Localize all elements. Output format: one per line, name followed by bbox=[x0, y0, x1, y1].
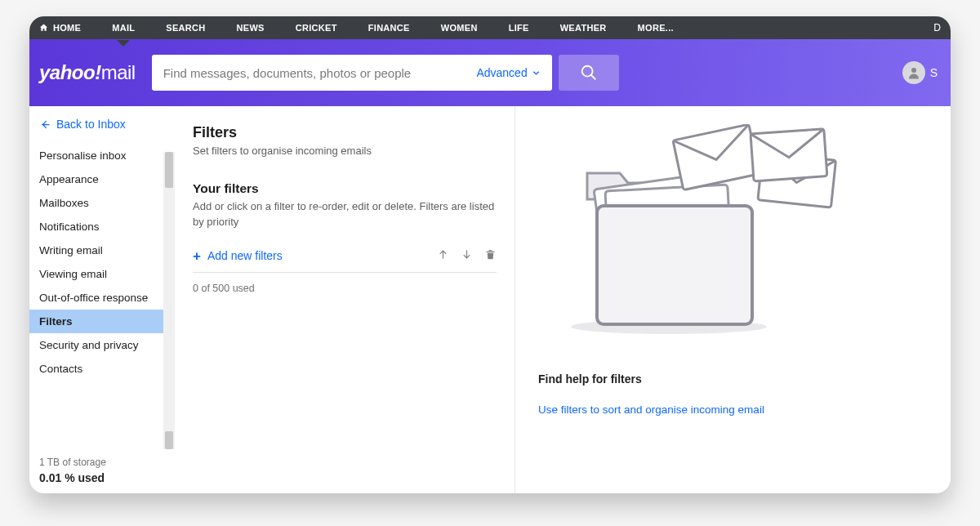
sidebar-item-mailboxes[interactable]: Mailboxes bbox=[29, 191, 175, 215]
sidebar-item-viewing-email[interactable]: Viewing email bbox=[29, 262, 175, 286]
arrow-down-icon bbox=[461, 248, 473, 261]
filters-used-count: 0 of 500 used bbox=[193, 283, 497, 294]
advanced-label: Advanced bbox=[476, 66, 527, 79]
nav-more[interactable]: MORE... bbox=[638, 23, 674, 33]
logo-brand: yahoo! bbox=[39, 61, 101, 83]
nav-right-text: D bbox=[933, 22, 941, 33]
sidebar-item-writing-email[interactable]: Writing email bbox=[29, 238, 175, 262]
filter-toolbar: + Add new filters bbox=[193, 248, 497, 273]
home-icon bbox=[39, 23, 48, 33]
storage-label: 1 TB of storage bbox=[39, 455, 106, 470]
help-link[interactable]: Use filters to sort and organise incomin… bbox=[538, 403, 931, 416]
nav-home[interactable]: HOME bbox=[53, 23, 81, 33]
folder-illustration bbox=[538, 124, 840, 337]
nav-finance[interactable]: FINANCE bbox=[368, 23, 410, 33]
scrollbar-thumb-bottom[interactable] bbox=[165, 431, 173, 449]
account-area[interactable]: S bbox=[902, 61, 938, 84]
logo: yahoo!mail bbox=[39, 61, 136, 84]
header: yahoo!mail Advanced S bbox=[29, 39, 951, 106]
add-new-filters-button[interactable]: + Add new filters bbox=[193, 249, 283, 263]
sidebar-item-notifications[interactable]: Notifications bbox=[29, 215, 175, 238]
search-input[interactable] bbox=[163, 66, 477, 80]
sidebar-item-contacts[interactable]: Contacts bbox=[29, 357, 175, 381]
nav-mail[interactable]: MAIL bbox=[112, 23, 135, 33]
nav-news[interactable]: NEWS bbox=[237, 23, 265, 33]
sidebar-item-appearance[interactable]: Appearance bbox=[29, 167, 175, 191]
nav-women[interactable]: WOMEN bbox=[441, 23, 478, 33]
sidebar-scrollbar[interactable] bbox=[163, 152, 175, 449]
svg-point-2 bbox=[911, 68, 916, 73]
nav-weather[interactable]: WEATHER bbox=[560, 23, 607, 33]
sidebar-item-personalise[interactable]: Personalise inbox bbox=[29, 144, 175, 167]
svg-rect-6 bbox=[597, 206, 752, 324]
search-box: Advanced bbox=[152, 55, 552, 91]
storage-info: 1 TB of storage 0.01 % used bbox=[39, 455, 106, 487]
sidebar-item-out-of-office[interactable]: Out-of-office response bbox=[29, 286, 175, 310]
sidebar-item-filters[interactable]: Filters bbox=[29, 310, 175, 333]
trash-icon bbox=[484, 248, 497, 261]
your-filters-sub: Add or click on a filter to re-order, ed… bbox=[193, 199, 497, 230]
nav-cricket[interactable]: CRICKET bbox=[296, 23, 337, 33]
delete-button[interactable] bbox=[484, 248, 497, 264]
help-title: Find help for filters bbox=[538, 372, 931, 386]
settings-menu: Personalise inbox Appearance Mailboxes N… bbox=[29, 144, 175, 493]
svg-rect-7 bbox=[673, 124, 760, 189]
logo-product: mail bbox=[101, 61, 136, 83]
move-up-button[interactable] bbox=[437, 248, 449, 264]
sidebar-item-security[interactable]: Security and privacy bbox=[29, 333, 175, 357]
your-filters-heading: Your filters bbox=[193, 181, 497, 196]
scrollbar-thumb-top[interactable] bbox=[165, 152, 173, 188]
filters-panel: Filters Set filters to organise incoming… bbox=[175, 106, 514, 493]
page-subtitle: Set filters to organise incoming emails bbox=[193, 145, 497, 157]
settings-sidebar: Back to Inbox Personalise inbox Appearan… bbox=[29, 106, 175, 493]
page-title: Filters bbox=[193, 124, 497, 141]
plus-icon: + bbox=[193, 249, 201, 263]
avatar-icon bbox=[902, 61, 925, 84]
arrow-left-icon bbox=[39, 118, 51, 131]
storage-used: 0.01 % used bbox=[39, 470, 106, 487]
account-initial: S bbox=[930, 66, 938, 79]
add-new-filters-label: Add new filters bbox=[207, 249, 283, 262]
move-down-button[interactable] bbox=[461, 248, 473, 264]
back-to-inbox-link[interactable]: Back to Inbox bbox=[29, 106, 175, 144]
arrow-up-icon bbox=[437, 248, 449, 261]
chevron-down-icon bbox=[532, 69, 541, 78]
back-label: Back to Inbox bbox=[56, 118, 126, 131]
global-nav: HOME MAIL SEARCH NEWS CRICKET FINANCE WO… bbox=[29, 16, 951, 39]
svg-line-1 bbox=[590, 75, 595, 80]
advanced-search-link[interactable]: Advanced bbox=[476, 66, 540, 79]
help-panel: Find help for filters Use filters to sor… bbox=[514, 106, 951, 493]
nav-life[interactable]: LIFE bbox=[509, 23, 529, 33]
search-icon bbox=[580, 64, 598, 82]
search-button[interactable] bbox=[559, 55, 619, 91]
svg-point-0 bbox=[581, 66, 592, 77]
nav-search[interactable]: SEARCH bbox=[166, 23, 205, 33]
